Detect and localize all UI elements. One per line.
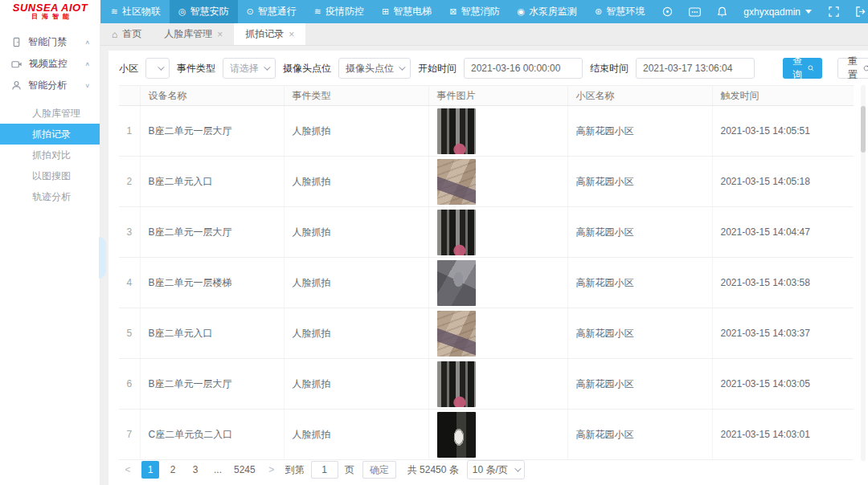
epidemic-wave-icon: ≋ — [314, 6, 321, 17]
sidebar-item-face-library[interactable]: 人脸库管理 — [0, 103, 100, 124]
page-button-last[interactable]: 5245 — [231, 461, 258, 479]
username: gxhyxqadmin — [743, 6, 800, 18]
close-icon[interactable]: × — [217, 29, 223, 40]
tab-capture-records[interactable]: 抓拍记录 × — [234, 23, 305, 45]
sidebar-group-door-access[interactable]: 智能门禁 ∧ — [0, 31, 100, 53]
cell-time: 2021-03-15 14:03:01 — [712, 410, 854, 460]
close-icon[interactable]: × — [289, 29, 294, 40]
event-snapshot-thumbnail[interactable] — [437, 210, 476, 255]
sidebar-item-image-search[interactable]: 以图搜图 — [0, 165, 100, 186]
next-page-button[interactable]: > — [263, 461, 280, 479]
cell-community: 高新花园小区 — [567, 207, 712, 258]
reset-button-label: 重置 — [846, 55, 859, 82]
cell-index: 4 — [119, 258, 140, 308]
cell-time: 2021-03-15 14:03:05 — [712, 359, 854, 410]
sidebar-group-label: 视频监控 — [29, 57, 68, 71]
page-button-1[interactable]: 1 — [141, 461, 159, 479]
cell-community: 高新花园小区 — [567, 258, 712, 308]
goto-page-input[interactable] — [311, 461, 338, 479]
cell-time: 2021-03-15 14:04:47 — [712, 207, 854, 258]
tab-label: 首页 — [122, 27, 141, 41]
cell-community: 高新花园小区 — [567, 106, 712, 157]
nav-item-fire[interactable]: ⊠ 智慧消防 — [440, 0, 508, 23]
table-row: 6 B座二单元一层大厅 人脸抓拍 高新花园小区 2021-03-15 14:03… — [119, 359, 854, 410]
nav-item-community-iot[interactable]: ≋ 社区物联 — [102, 0, 170, 23]
cell-community: 高新花园小区 — [567, 157, 712, 207]
sidebar-group-video-monitor[interactable]: 视频监控 ∧ — [0, 53, 100, 75]
cell-event: 人脸抓拍 — [284, 207, 428, 258]
cell-device: B座二单元入口 — [140, 308, 284, 359]
search-button[interactable]: 查询 — [783, 58, 822, 79]
goto-confirm-button[interactable]: 确定 — [362, 461, 396, 479]
community-select[interactable] — [145, 58, 170, 79]
event-snapshot-thumbnail[interactable] — [437, 311, 476, 357]
prev-page-button[interactable]: < — [119, 461, 137, 479]
sidebar-item-track-analysis[interactable]: 轨迹分析 — [0, 186, 100, 207]
table-row: 2 B座二单元入口 人脸抓拍 高新花园小区 2021-03-15 14:05:1… — [119, 157, 854, 207]
event-type-select[interactable]: 请选择 — [223, 58, 276, 79]
nav-label: 疫情防控 — [326, 5, 364, 18]
nav-label: 智慧安防 — [190, 5, 229, 18]
search-icon — [808, 63, 814, 73]
cell-device: B座二单元一层大厅 — [140, 359, 284, 410]
nav-label: 智慧环境 — [606, 5, 645, 18]
event-type-label: 事件类型 — [177, 62, 215, 75]
nav-item-security[interactable]: ◎ 智慧安防 — [170, 0, 238, 23]
end-time-label: 结束时间 — [590, 62, 628, 75]
fullscreen-icon[interactable] — [820, 0, 847, 23]
message-card-icon[interactable] — [681, 0, 708, 23]
sidebar-item-capture-compare[interactable]: 抓拍对比 — [0, 145, 100, 165]
person-icon — [11, 80, 22, 91]
tab-home[interactable]: ⌂ 首页 — [100, 23, 153, 45]
cell-event: 人脸抓拍 — [284, 359, 428, 410]
brand-name-cn: 日海智能 — [31, 14, 73, 20]
cell-community: 高新花园小区 — [567, 308, 712, 359]
logout-icon[interactable] — [847, 0, 868, 23]
page-button-2[interactable]: 2 — [164, 461, 182, 479]
top-navbar: SUNSEA AIOT 日海智能 ≋ 社区物联 ◎ 智慧安防 ⊙ 智慧通行 ≋ … — [0, 0, 868, 23]
sidebar-group-label: 智能门禁 — [28, 35, 67, 49]
nav-item-elevator[interactable]: ⊞ 智慧电梯 — [373, 0, 440, 23]
scrollbar-thumb[interactable] — [861, 106, 866, 153]
cell-event: 人脸抓拍 — [284, 106, 428, 157]
nav-item-environment[interactable]: ⊛ 智慧环境 — [586, 0, 653, 23]
target-icon[interactable] — [653, 0, 681, 23]
tab-label: 人脸库管理 — [164, 27, 212, 41]
page-button-3[interactable]: 3 — [186, 461, 204, 479]
bell-icon[interactable] — [708, 0, 735, 23]
user-menu[interactable]: gxhyxqadmin — [735, 0, 820, 23]
nav-item-epidemic[interactable]: ≋ 疫情防控 — [305, 0, 373, 23]
brand-name: SUNSEA AIOT — [13, 2, 88, 14]
event-snapshot-thumbnail[interactable] — [437, 159, 476, 205]
camera-point-select[interactable]: 摄像头点位 — [338, 58, 411, 79]
event-snapshot-thumbnail[interactable] — [437, 412, 476, 458]
event-snapshot-thumbnail[interactable] — [437, 361, 476, 407]
vertical-scrollbar[interactable] — [861, 85, 866, 461]
col-trigger-time: 触发时间 — [712, 86, 854, 106]
event-snapshot-thumbnail[interactable] — [437, 260, 476, 306]
event-snapshot-thumbnail[interactable] — [437, 108, 476, 154]
total-count: 共 52450 条 — [407, 463, 459, 477]
tab-face-library[interactable]: 人脸库管理 × — [153, 23, 234, 45]
sidebar-collapse-handle[interactable] — [99, 237, 106, 279]
cell-event: 人脸抓拍 — [284, 258, 428, 308]
sidebar-group-smart-analysis[interactable]: 智能分析 ∨ — [0, 75, 100, 96]
start-time-input[interactable] — [464, 58, 583, 79]
nav-label: 水泵房监测 — [529, 5, 577, 18]
cell-event: 人脸抓拍 — [284, 410, 428, 460]
end-time-input[interactable] — [636, 58, 755, 79]
tab-bar: ⌂ 首页 人脸库管理 × 抓拍记录 × — [100, 23, 868, 46]
reset-button[interactable]: 重置 — [837, 58, 868, 79]
cell-index: 5 — [119, 308, 140, 359]
chevron-down-icon: ∨ — [84, 83, 90, 89]
nav-item-access[interactable]: ⊙ 智慧通行 — [238, 0, 305, 23]
home-icon: ⌂ — [112, 29, 117, 40]
cell-community: 高新花园小区 — [567, 359, 712, 410]
page-size-select[interactable]: 10 条/页 — [467, 460, 525, 479]
start-time-label: 开始时间 — [418, 62, 457, 75]
sidebar-item-capture-records[interactable]: 抓拍记录 — [0, 124, 100, 145]
community-label: 小区 — [119, 62, 138, 75]
nav-label: 社区物联 — [122, 5, 161, 18]
chevron-up-icon: ∧ — [84, 39, 90, 46]
nav-item-pump-room[interactable]: ◉ 水泵房监测 — [508, 0, 586, 23]
